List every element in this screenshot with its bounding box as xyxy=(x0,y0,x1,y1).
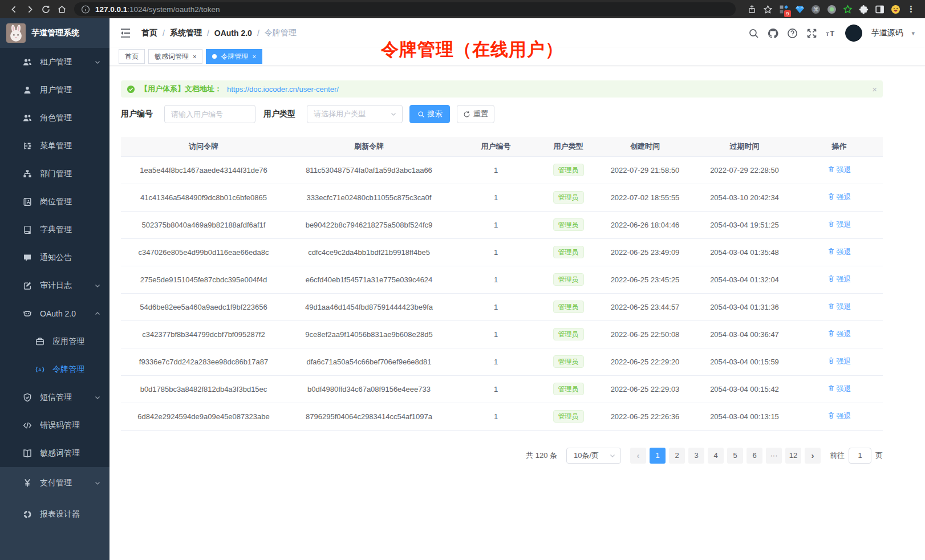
user-avatar[interactable] xyxy=(845,25,862,42)
sidebar-item-org[interactable]: 部门管理 xyxy=(0,160,109,188)
help-icon[interactable] xyxy=(787,28,798,39)
doc-link[interactable]: https://doc.iocoder.cn/user-center/ xyxy=(227,85,339,94)
collapse-sidebar-icon[interactable] xyxy=(120,28,131,38)
page-button-6[interactable]: 6 xyxy=(747,448,762,464)
command-glyph: ⌘ xyxy=(813,6,818,12)
page-button-1[interactable]: 1 xyxy=(650,448,666,464)
force-logout-button[interactable]: 强退 xyxy=(827,247,851,257)
sidebar-item-yen[interactable]: 支付管理 xyxy=(0,467,109,498)
back-icon[interactable] xyxy=(6,1,22,17)
user-type-badge: 管理员 xyxy=(553,218,584,231)
tab-label: 敏感词管理 xyxy=(155,52,189,62)
force-logout-button[interactable]: 强退 xyxy=(827,220,851,230)
username[interactable]: 芋道源码 xyxy=(871,28,903,38)
breadcrumb-item[interactable]: OAuth 2.0 xyxy=(214,29,252,38)
user_id-cell: 1 xyxy=(452,320,540,348)
force-logout-button[interactable]: 强退 xyxy=(827,384,851,394)
extension-grid-icon[interactable]: 9 xyxy=(776,1,792,17)
breadcrumb-separator: / xyxy=(257,29,259,38)
reset-button[interactable]: 重置 xyxy=(457,105,494,123)
chevron-down-icon[interactable]: ▾ xyxy=(911,30,915,37)
sidebar-item-shield[interactable]: 短信管理 xyxy=(0,383,109,411)
font-size-icon[interactable]: TT xyxy=(826,28,837,39)
search-icon[interactable] xyxy=(748,28,759,39)
force-logout-button[interactable]: 强退 xyxy=(827,192,851,202)
sidebar-item-briefcase[interactable]: 应用管理 xyxy=(0,327,109,355)
refresh-cell: dfa6c71a50a54c66bef706ef9e6e8d81 xyxy=(286,348,452,375)
sidebar-item-message[interactable]: 通知公告 xyxy=(0,244,109,271)
sidebar-item-openbook[interactable]: 敏感词管理 xyxy=(0,439,109,467)
refresh-cell: b0df4980ffd34c67a08f9156e4eee733 xyxy=(286,375,452,403)
side-panel-icon[interactable] xyxy=(871,1,887,17)
force-logout-button[interactable]: 强退 xyxy=(827,411,851,421)
sidebar-item-tree[interactable]: 菜单管理 xyxy=(0,132,109,160)
sidebar-item-robot[interactable]: OAuth 2.0 xyxy=(0,299,109,327)
tab-令牌管理[interactable]: 令牌管理× xyxy=(206,49,262,64)
page-button-3[interactable]: 3 xyxy=(688,448,704,464)
force-logout-button[interactable]: 强退 xyxy=(827,165,851,175)
extension-puzzle-icon[interactable] xyxy=(855,1,871,17)
breadcrumb-item[interactable]: 首页 xyxy=(141,28,157,38)
sidebar-item-book[interactable]: 字典管理 xyxy=(0,216,109,244)
sidebar-item-code[interactable]: 错误码管理 xyxy=(0,411,109,439)
sidebar-item-users[interactable]: 租户管理 xyxy=(0,48,109,76)
user-id-input[interactable] xyxy=(164,105,255,123)
sidebar-item-wireless[interactable]: A令牌管理 xyxy=(0,355,109,383)
chevron-down-icon xyxy=(390,111,397,117)
force-logout-button[interactable]: 强退 xyxy=(827,329,851,339)
forward-icon[interactable] xyxy=(22,1,38,17)
prev-page-button[interactable]: ‹ xyxy=(630,448,646,464)
site-info-icon[interactable] xyxy=(81,5,90,14)
force-logout-button[interactable]: 强退 xyxy=(827,274,851,285)
force-logout-label: 强退 xyxy=(837,384,851,394)
github-icon[interactable] xyxy=(768,28,778,39)
force-logout-button[interactable]: 强退 xyxy=(827,356,851,367)
page-button-5[interactable]: 5 xyxy=(727,448,743,464)
page-button-4[interactable]: 4 xyxy=(708,448,724,464)
close-icon[interactable]: × xyxy=(193,54,196,60)
browser-menu-icon[interactable]: ⋮ xyxy=(903,1,919,17)
search-button[interactable]: 搜索 xyxy=(409,105,450,123)
extension-badge: 9 xyxy=(784,10,791,17)
user-type-select[interactable]: 请选择用户类型 xyxy=(307,105,403,123)
force-logout-button[interactable]: 强退 xyxy=(827,302,851,312)
header-actions: TT 芋道源码 ▾ xyxy=(748,25,915,42)
tab-首页[interactable]: 首页 xyxy=(119,49,145,64)
close-icon[interactable]: × xyxy=(872,84,877,94)
sidebar-item-edit[interactable]: 审计日志 xyxy=(0,271,109,299)
access-cell: c347026e805e4d99b0d116eae66eda8c xyxy=(121,238,286,266)
extension-command-icon[interactable]: ⌘ xyxy=(808,1,823,17)
share-icon[interactable] xyxy=(744,1,760,17)
page-size-select[interactable]: 10条/页 xyxy=(566,448,621,464)
bookmark-star-icon[interactable] xyxy=(760,1,776,17)
fullscreen-icon[interactable] xyxy=(806,28,817,39)
home-icon[interactable] xyxy=(54,1,70,17)
breadcrumb-separator: / xyxy=(207,29,209,38)
user_id-cell: 1 xyxy=(452,156,540,184)
extension-record-icon[interactable] xyxy=(823,1,839,17)
created-cell: 2022-06-25 22:26:36 xyxy=(597,403,693,430)
next-page-button[interactable]: › xyxy=(805,448,821,464)
extension-star-icon[interactable] xyxy=(839,1,855,17)
sidebar-item-pie[interactable]: 报表设计器 xyxy=(0,498,109,530)
url-bar[interactable]: 127.0.0.1:1024/system/oauth2/token xyxy=(74,2,736,16)
page-button-2[interactable]: 2 xyxy=(669,448,685,464)
breadcrumb-item[interactable]: 系统管理 xyxy=(170,28,202,38)
goto-input[interactable] xyxy=(849,448,871,464)
reset-button-label: 重置 xyxy=(473,109,488,119)
emoji-avatar-icon[interactable] xyxy=(887,1,903,17)
sidebar-item-role[interactable]: 角色管理 xyxy=(0,104,109,132)
access-cell: 6d842e2924594de9a09e45e087323abe xyxy=(121,403,286,430)
sidebar-item-user[interactable]: 用户管理 xyxy=(0,76,109,104)
extension-gem-icon[interactable] xyxy=(792,1,808,17)
more-pages-button[interactable]: ··· xyxy=(766,448,782,464)
page-button-12[interactable]: 12 xyxy=(785,448,801,464)
sidebar-item-idcard[interactable]: 岗位管理 xyxy=(0,188,109,216)
user-type-cell: 管理员 xyxy=(540,184,597,211)
tab-敏感词管理[interactable]: 敏感词管理× xyxy=(148,49,202,64)
reload-icon[interactable] xyxy=(38,1,54,17)
action-cell: 强退 xyxy=(796,348,883,375)
table-row: 275e5de9151045fe87cbdc395e004f4de6cfd40e… xyxy=(121,266,883,293)
user-type-cell: 管理员 xyxy=(540,293,597,320)
close-icon[interactable]: × xyxy=(252,54,255,60)
